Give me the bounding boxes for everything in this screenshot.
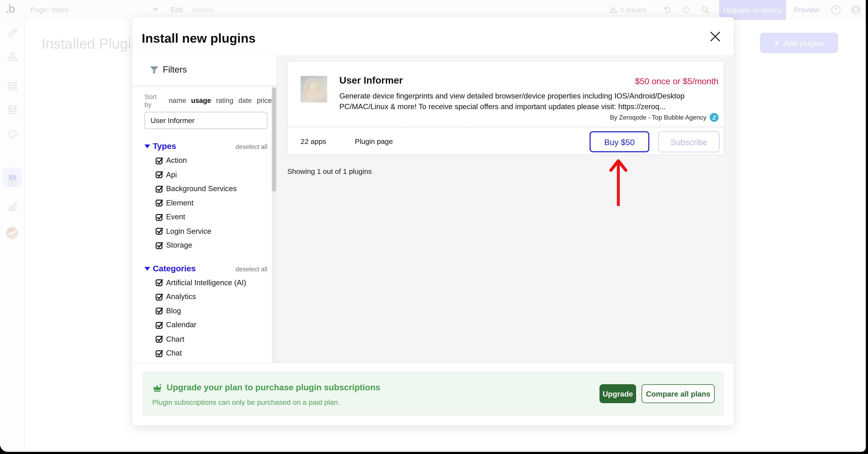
filter-funnel-icon: [150, 65, 159, 75]
type-checkbox-row[interactable]: Element: [132, 196, 277, 210]
upgrade-to-deploy-button[interactable]: Upgrade to deploy: [719, 0, 786, 20]
close-icon[interactable]: [709, 31, 721, 43]
checkbox-checked-icon[interactable]: [156, 157, 163, 164]
svg-text:?: ?: [834, 7, 838, 13]
data-icon[interactable]: [7, 81, 18, 91]
categories-deselect-all[interactable]: deselect all: [236, 266, 268, 272]
redo-icon[interactable]: [683, 6, 691, 14]
upgrade-banner-heading: Upgrade your plan to purchase plugin sub…: [166, 383, 380, 393]
user-avatar-icon[interactable]: [851, 5, 861, 15]
checkbox-label: Chat: [166, 349, 182, 357]
page-title: Installed Plugins: [41, 35, 147, 53]
category-checkbox-row[interactable]: Chart: [132, 332, 277, 346]
results-summary: Showing 1 out of 1 plugins: [287, 167, 372, 176]
collapse-triangle-icon[interactable]: [145, 267, 150, 271]
checkbox-label: Analytics: [166, 293, 196, 301]
modal-title: Install new plugins: [142, 31, 255, 46]
compare-plans-button[interactable]: Compare all plans: [642, 384, 715, 403]
category-checkbox-row[interactable]: Chat: [132, 346, 277, 360]
checkbox-checked-icon[interactable]: [156, 227, 163, 235]
design-pencil-icon[interactable]: [7, 27, 18, 38]
help-icon[interactable]: ?: [831, 5, 841, 15]
edit-mode-label[interactable]: Edit: [170, 6, 183, 14]
category-checkbox-row[interactable]: Analytics: [132, 290, 277, 304]
sort-option-price[interactable]: price: [257, 97, 272, 105]
annotation-arrow-icon: [607, 156, 629, 208]
modal-footer: Upgrade your plan to purchase plugin sub…: [132, 363, 733, 425]
checkbox-checked-icon[interactable]: [156, 171, 163, 178]
plugin-name: User Informer: [339, 75, 403, 86]
types-title[interactable]: Types: [153, 141, 176, 151]
plugin-page-link[interactable]: Plugin page: [355, 137, 393, 146]
checkbox-label: Element: [166, 199, 193, 207]
saved-status: Saved: [192, 6, 213, 14]
upgrade-banner: Upgrade your plan to purchase plugin sub…: [142, 372, 724, 416]
logs-chart-icon[interactable]: [7, 201, 18, 211]
sort-by-label: Sort by: [145, 93, 163, 109]
add-plugins-button[interactable]: + Add plugins: [760, 33, 838, 53]
plugin-search-input[interactable]: [145, 112, 268, 129]
checkbox-label: Calendar: [166, 321, 196, 329]
search-icon[interactable]: [701, 6, 710, 14]
type-checkbox-row[interactable]: Api: [132, 168, 277, 181]
checkbox-checked-icon[interactable]: [156, 293, 163, 301]
upgrade-banner-subtext: Plugin subscriptions can only be purchas…: [152, 398, 340, 406]
checkbox-label: Api: [166, 171, 177, 179]
chevron-down-icon[interactable]: [153, 8, 158, 12]
categories-title[interactable]: Categories: [153, 263, 196, 273]
checkbox-checked-icon[interactable]: [156, 279, 163, 286]
checkbox-label: Background Services: [166, 184, 237, 193]
sort-option-date[interactable]: date: [238, 97, 252, 105]
app-logo-icon[interactable]: [6, 227, 18, 239]
checkbox-checked-icon[interactable]: [156, 349, 163, 357]
category-checkbox-row[interactable]: Artificial Intelligence (AI): [132, 276, 277, 290]
category-checkbox-row[interactable]: Calendar: [132, 318, 277, 332]
checkbox-checked-icon[interactable]: [156, 213, 163, 221]
sort-option-rating[interactable]: rating: [216, 97, 233, 105]
bubble-editor-window: .b Page: index Edit Saved 0 issues Upgra…: [0, 0, 866, 452]
checkbox-checked-icon[interactable]: [156, 199, 163, 207]
checkbox-checked-icon[interactable]: [156, 335, 163, 343]
workflow-icon[interactable]: [7, 52, 18, 62]
filters-header: Filters: [132, 55, 277, 86]
install-plugins-modal: Install new plugins Filters Sort by name…: [132, 17, 733, 425]
scrollbar-thumb[interactable]: [272, 87, 276, 191]
checkbox-label: Event: [166, 213, 185, 221]
checkbox-checked-icon[interactable]: [156, 307, 163, 315]
plugin-card: User Informer $50 once or $5/month Gener…: [287, 61, 724, 155]
type-checkbox-row[interactable]: Action: [132, 153, 277, 168]
types-deselect-all[interactable]: deselect all: [236, 144, 268, 150]
styles-palette-icon[interactable]: [7, 129, 18, 140]
checkbox-checked-icon[interactable]: [156, 321, 163, 329]
checkbox-checked-icon[interactable]: [156, 241, 163, 249]
undo-icon[interactable]: [663, 6, 672, 14]
preview-button[interactable]: Preview: [794, 6, 819, 14]
database-icon[interactable]: [7, 105, 18, 115]
types-section-header: Types deselect all: [145, 141, 277, 154]
type-checkbox-row[interactable]: Login Service: [132, 224, 277, 238]
category-checkbox-row[interactable]: Blog: [132, 304, 277, 318]
plus-icon: +: [774, 38, 779, 48]
add-plugins-label: Add plugins: [784, 38, 824, 47]
issues-indicator[interactable]: 0 issues: [610, 6, 646, 14]
filters-label: Filters: [163, 65, 187, 75]
plugin-description: Generate device fingerprints and view de…: [339, 91, 698, 112]
buy-button[interactable]: Buy $50: [590, 131, 649, 152]
sort-option-usage[interactable]: usage: [191, 97, 211, 105]
warning-triangle-icon: [610, 6, 617, 13]
settings-gear-icon[interactable]: [7, 177, 18, 188]
subscribe-button[interactable]: Subscribe: [658, 131, 720, 152]
type-checkbox-row[interactable]: Background Services: [132, 182, 277, 196]
collapse-triangle-icon[interactable]: [145, 145, 150, 148]
checkbox-label: Login Service: [166, 227, 211, 235]
dotted-divider: [287, 127, 724, 127]
page-selector[interactable]: Page: index: [31, 6, 68, 14]
upgrade-button[interactable]: Upgrade: [599, 384, 636, 403]
checkbox-label: Blog: [166, 307, 181, 315]
sort-option-name[interactable]: name: [169, 97, 186, 105]
type-checkbox-row[interactable]: Storage: [132, 238, 277, 252]
zeroqode-badge-icon: Z: [710, 113, 718, 122]
checkbox-checked-icon[interactable]: [156, 185, 163, 193]
filters-panel: Filters Sort by name usage rating date p…: [132, 55, 277, 363]
type-checkbox-row[interactable]: Event: [132, 210, 277, 224]
